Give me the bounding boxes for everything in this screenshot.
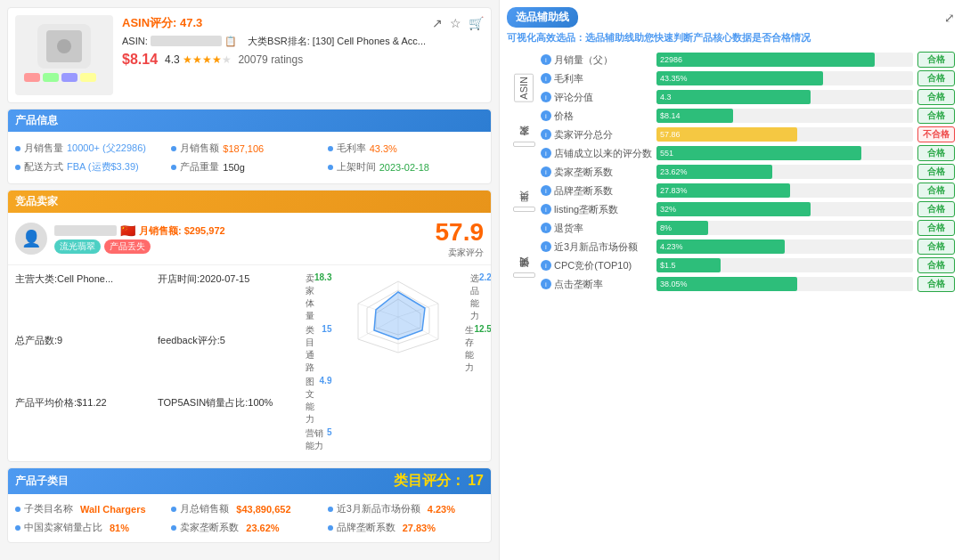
radar-marketing-value: 5	[327, 427, 332, 452]
info-icon[interactable]: i	[541, 185, 551, 196]
subcat-item-3: 中国卖家销量占比 81%	[15, 518, 171, 537]
metric-badge: 合格	[917, 239, 955, 255]
info-icon[interactable]: i	[541, 148, 551, 158]
metric-bar-container: 8%	[656, 221, 913, 235]
metric-bar: 27.83%	[656, 183, 790, 198]
product-info-section: 产品信息 月销售量 10000+ (父22986) 月销售额 $187,106 …	[7, 109, 492, 184]
metric-badge: 合格	[917, 70, 955, 86]
info-icon[interactable]: i	[541, 204, 551, 215]
seller-avatar: 👤	[15, 223, 47, 255]
weight-item: 产品重量 150g	[171, 158, 327, 176]
metric-badge: 合格	[917, 89, 955, 105]
svg-rect-3	[24, 73, 40, 82]
group-label-卖家: 卖家	[513, 142, 535, 147]
metric-name: i月销量（父）	[541, 53, 652, 67]
metric-row: i点击垄断率38.05%合格	[541, 276, 955, 292]
radar-seller-volume-value: 18.3	[314, 272, 331, 322]
metric-bar-container: 38.05%	[656, 277, 913, 291]
top5-stat: TOP5ASIN销量占比:100%	[158, 396, 297, 454]
tag-teal: 流光翡翠	[54, 239, 101, 254]
metric-bar-container: 27.83%	[656, 183, 913, 198]
product-info-header: 产品信息	[8, 110, 491, 132]
right-panel-header: 选品辅助线 ⤢	[507, 7, 955, 28]
metric-bar-container: 4.23%	[656, 239, 913, 254]
share-icon[interactable]: ↗	[432, 16, 443, 30]
listing-time-item: 上架时间 2023-02-18	[328, 158, 484, 176]
metric-bar: 551	[656, 146, 861, 160]
dot	[15, 146, 20, 151]
feedback-stat: feedback评分:5	[158, 334, 297, 392]
group-label-关键词: 关键词	[513, 272, 535, 278]
metric-name: i近3月新品市场份额	[541, 240, 652, 254]
info-icon[interactable]: i	[541, 129, 551, 140]
metric-badge: 合格	[917, 183, 955, 199]
info-icon[interactable]: i	[541, 54, 551, 65]
metric-bar-container: 4.3	[656, 90, 913, 104]
subcat-item-0: 子类目名称 Wall Chargers	[15, 499, 171, 518]
metric-row: i近3月新品市场份额4.23%合格	[541, 239, 955, 255]
metric-name: i退货率	[541, 222, 652, 235]
copy-icon[interactable]: 📋	[224, 36, 237, 46]
info-icon[interactable]: i	[541, 92, 551, 102]
metric-bar: $1.5	[656, 258, 721, 272]
info-icon[interactable]: i	[541, 110, 551, 121]
competitor-seller-row: 👤 🇨🇳 月销售额: $295,972 流光翡翠 产品丢失 57.9 卖	[8, 213, 491, 265]
seller-score-area: 57.9 卖家评分	[436, 218, 485, 259]
metric-bar-container: 23.62%	[656, 165, 913, 179]
metric-group-卖家: 卖家i卖家评分总分57.86不合格i店铺成立以来的评分数551合格	[507, 126, 955, 161]
expand-icon[interactable]: ⤢	[944, 11, 955, 25]
metric-badge: 不合格	[917, 126, 955, 142]
svg-rect-6	[80, 73, 96, 82]
metric-name: i毛利率	[541, 72, 652, 85]
product-info-grid: 月销售量 10000+ (父22986) 月销售额 $187,106 毛利率 4…	[8, 132, 491, 183]
metric-badge: 合格	[917, 108, 955, 124]
metric-badge: 合格	[917, 220, 955, 236]
seller-score-label: 卖家评分	[436, 247, 485, 259]
info-icon[interactable]: i	[541, 73, 551, 84]
info-icon[interactable]: i	[541, 260, 551, 271]
star-icon[interactable]: ☆	[450, 16, 461, 30]
metric-name: i品牌垄断系数	[541, 184, 652, 198]
product-actions: ↗ ☆ 🛒	[432, 16, 484, 30]
product-meta-asin: ASIN: 📋 大类BSR排名: [130] Cell Phones & Acc…	[122, 35, 484, 48]
metric-bar-container: 32%	[656, 202, 913, 216]
competitor-header: 竞品卖家	[8, 191, 491, 213]
info-icon[interactable]: i	[541, 223, 551, 233]
radar-selection-ability-value: 2.2	[479, 272, 492, 322]
seller-info: 🇨🇳 月销售额: $295,972 流光翡翠 产品丢失	[54, 223, 428, 254]
metric-name: iCPC竞价(TOP10)	[541, 259, 652, 272]
open-time-stat: 开店时间:2020-07-15	[158, 272, 297, 330]
competitor-section: 竞品卖家 👤 🇨🇳 月销售额: $295,972 流光翡翠 产品丢失	[7, 190, 492, 462]
metric-group-关键词: 关键词iCPC竞价(TOP10)$1.5合格i点击垄断率38.05%合格	[507, 257, 955, 292]
info-icon[interactable]: i	[541, 166, 551, 177]
right-panel: 选品辅助线 ⤢ 可视化高效选品：选品辅助线助您快速判断产品核心数据是否合格情况 …	[499, 0, 962, 560]
metric-bar: 38.05%	[656, 277, 797, 291]
group-label-类目: 类目	[513, 207, 535, 212]
metric-bar: 8%	[656, 221, 708, 235]
dot	[171, 165, 176, 170]
metric-bar: 32%	[656, 202, 811, 216]
selection-badge: 选品辅助线	[507, 7, 578, 28]
main-category-stat: 主营大类:Cell Phone...	[15, 272, 154, 330]
metric-bar: 4.23%	[656, 239, 785, 254]
metric-row: i卖家垄断系数23.62%合格	[541, 164, 955, 180]
metric-badge: 合格	[917, 145, 955, 161]
cart-icon[interactable]: 🛒	[469, 16, 484, 30]
metric-bar: $8.14	[656, 109, 733, 123]
radar-marketing-label: 营销能力	[306, 427, 327, 452]
info-icon[interactable]: i	[541, 241, 551, 252]
product-price: $8.14	[122, 52, 158, 68]
metric-row: i评论分值4.3合格	[541, 89, 955, 105]
svg-point-2	[57, 39, 71, 53]
metric-row: i毛利率43.35%合格	[541, 70, 955, 86]
metric-name: i卖家评分总分	[541, 128, 652, 142]
subcategory-header: 产品子类目 类目评分： 17	[8, 468, 491, 494]
metric-row: i店铺成立以来的评分数551合格	[541, 145, 955, 161]
metric-row: i退货率8%合格	[541, 220, 955, 236]
metric-bar-container: 22986	[656, 53, 913, 67]
info-icon[interactable]: i	[541, 279, 551, 289]
metric-bar: 22986	[656, 53, 875, 67]
right-subtitle: 可视化高效选品：选品辅助线助您快速判断产品核心数据是否合格情况	[507, 31, 955, 45]
subcat-item-2: 近3月新品市场份额 4.23%	[328, 499, 484, 518]
monthly-revenue-item: 月销售额 $187,106	[171, 139, 327, 158]
